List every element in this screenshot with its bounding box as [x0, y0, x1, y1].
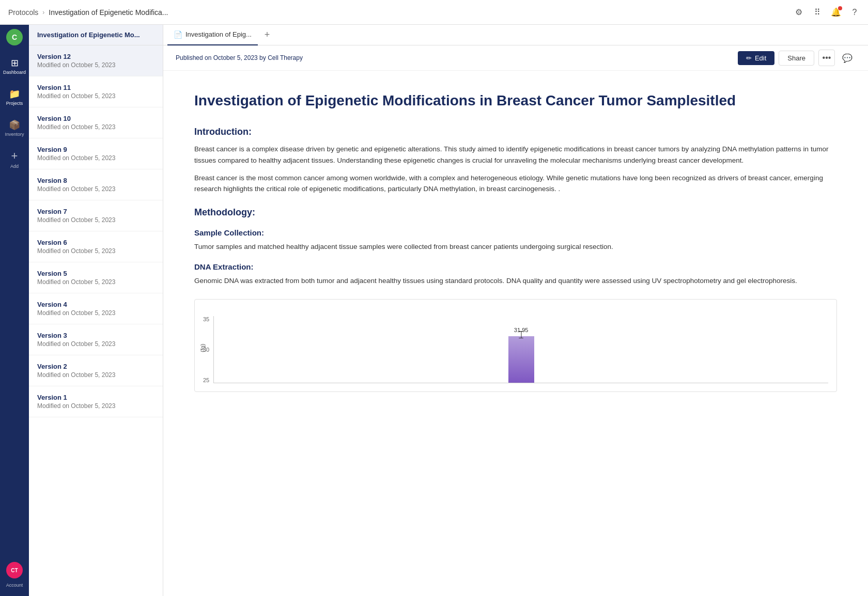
main-layout: C ⊞ Dashboard 📁 Projects 📦 Inventory + A… — [0, 25, 868, 596]
intro-paragraph-2: Breast cancer is the most common cancer … — [194, 172, 837, 195]
version-date-2: Modified on October 5, 2023 — [37, 371, 154, 379]
version-name-5: Version 5 — [37, 270, 154, 277]
version-item-6[interactable]: Version 6 Modified on October 5, 2023 — [29, 231, 163, 262]
tab-doc-icon: 📄 — [174, 30, 182, 39]
version-name-2: Version 2 — [37, 363, 154, 370]
version-date-3: Modified on October 5, 2023 — [37, 340, 154, 348]
y-label-25: 25 — [203, 377, 209, 383]
version-name-7: Version 7 — [37, 208, 154, 215]
subsection-sample-collection: Sample Collection: — [194, 228, 837, 237]
version-item-10[interactable]: Version 10 Modified on October 5, 2023 — [29, 107, 163, 138]
published-text: Published on October 5, 2023 by — [176, 54, 266, 61]
inventory-icon: 📦 — [9, 119, 20, 131]
doc-published-info: Published on October 5, 2023 by Cell The… — [176, 54, 303, 61]
share-button[interactable]: Share — [779, 51, 814, 66]
version-item-1[interactable]: Version 1 Modified on October 5, 2023 — [29, 386, 163, 417]
version-date-4: Modified on October 5, 2023 — [37, 309, 154, 317]
published-by: Cell Therapy — [268, 54, 303, 61]
edit-button[interactable]: ✏ Edit — [738, 51, 774, 65]
notification-dot — [838, 6, 842, 10]
sidebar-label-dashboard: Dashboard — [3, 70, 26, 75]
version-item-7[interactable]: Version 7 Modified on October 5, 2023 — [29, 200, 163, 231]
content-area: 📄 Investigation of Epig... + Published o… — [163, 25, 868, 596]
version-sidebar-header: Investigation of Epigenetic Mo... — [29, 25, 163, 45]
version-item-4[interactable]: Version 4 Modified on October 5, 2023 — [29, 293, 163, 324]
intro-paragraph-1: Breast cancer is a complex disease drive… — [194, 144, 837, 166]
comment-button[interactable]: 💬 — [839, 50, 856, 66]
doc-content: Investigation of Epigenetic Modification… — [163, 71, 868, 596]
version-name-9: Version 9 — [37, 146, 154, 153]
version-date-11: Modified on October 5, 2023 — [37, 92, 154, 100]
app-logo: C — [6, 29, 23, 45]
account-label: Account — [6, 583, 23, 588]
sidebar-item-inventory[interactable]: 📦 Inventory — [2, 114, 27, 143]
version-name-3: Version 3 — [37, 332, 154, 339]
version-item-11[interactable]: Version 11 Modified on October 5, 2023 — [29, 76, 163, 107]
account-avatar[interactable]: CT — [6, 562, 23, 578]
version-date-9: Modified on October 5, 2023 — [37, 154, 154, 162]
more-options-button[interactable]: ••• — [818, 50, 835, 66]
dashboard-icon: ⊞ — [11, 57, 19, 69]
sidebar-item-add[interactable]: + Add — [2, 145, 27, 174]
projects-icon: 📁 — [9, 88, 20, 100]
tab-bar: 📄 Investigation of Epig... + — [163, 25, 868, 45]
doc-toolbar: Published on October 5, 2023 by Cell The… — [163, 45, 868, 71]
tab-document[interactable]: 📄 Investigation of Epig... — [167, 25, 258, 45]
version-name-11: Version 11 — [37, 84, 154, 91]
chart-plot: (fg) 31.95 — [213, 316, 828, 383]
version-item-9[interactable]: Version 9 Modified on October 5, 2023 — [29, 138, 163, 169]
section-introduction-heading: Introduction: — [194, 127, 837, 137]
dna-extraction-text: Genomic DNA was extracted from both tumo… — [194, 275, 837, 287]
sidebar-label-add: Add — [10, 164, 19, 169]
sample-collection-text: Tumor samples and matched healthy adjace… — [194, 241, 837, 253]
version-sidebar: Investigation of Epigenetic Mo... Versio… — [29, 25, 163, 596]
topbar: Protocols › Investigation of Epigenetic … — [0, 0, 868, 25]
version-date-8: Modified on October 5, 2023 — [37, 185, 154, 193]
sidebar-nav: C ⊞ Dashboard 📁 Projects 📦 Inventory + A… — [0, 25, 29, 596]
y-label-35: 35 — [203, 316, 209, 322]
version-date-6: Modified on October 5, 2023 — [37, 247, 154, 255]
y-axis-label: (fg) — [200, 344, 206, 353]
topbar-icons: ⚙ ⠿ 🔔 ? — [794, 7, 860, 18]
breadcrumb-current: Investigation of Epigenetic Modifica... — [49, 8, 168, 17]
version-item-12[interactable]: Version 12 Modified on October 5, 2023 — [29, 45, 163, 76]
breadcrumb-separator: › — [42, 9, 44, 16]
version-name-1: Version 1 — [37, 394, 154, 401]
version-name-12: Version 12 — [37, 53, 154, 60]
tab-label: Investigation of Epig... — [185, 30, 252, 38]
sidebar-item-projects[interactable]: 📁 Projects — [2, 83, 27, 112]
subsection-dna-extraction: DNA Extraction: — [194, 262, 837, 271]
tab-add-button[interactable]: + — [260, 28, 274, 42]
version-date-7: Modified on October 5, 2023 — [37, 216, 154, 224]
breadcrumb: Protocols › Investigation of Epigenetic … — [8, 8, 789, 17]
doc-actions: ✏ Edit Share ••• 💬 — [738, 50, 856, 66]
edit-icon: ✏ — [746, 54, 752, 62]
version-item-8[interactable]: Version 8 Modified on October 5, 2023 — [29, 169, 163, 200]
edit-label: Edit — [755, 54, 766, 62]
version-date-12: Modified on October 5, 2023 — [37, 61, 154, 69]
apps-icon[interactable]: ⠿ — [812, 7, 823, 18]
version-date-10: Modified on October 5, 2023 — [37, 123, 154, 131]
version-name-10: Version 10 — [37, 115, 154, 122]
version-item-3[interactable]: Version 3 Modified on October 5, 2023 — [29, 324, 163, 355]
notifications-icon[interactable]: 🔔 — [831, 7, 841, 18]
version-date-1: Modified on October 5, 2023 — [37, 402, 154, 410]
version-date-5: Modified on October 5, 2023 — [37, 278, 154, 286]
version-name-4: Version 4 — [37, 301, 154, 308]
doc-title: Investigation of Epigenetic Modification… — [194, 91, 837, 110]
version-item-5[interactable]: Version 5 Modified on October 5, 2023 — [29, 262, 163, 293]
help-icon[interactable]: ? — [849, 7, 860, 18]
version-item-2[interactable]: Version 2 Modified on October 5, 2023 — [29, 355, 163, 386]
settings-icon[interactable]: ⚙ — [794, 7, 804, 18]
add-icon: + — [11, 149, 18, 163]
chart-bar — [508, 336, 534, 383]
protocols-link[interactable]: Protocols — [8, 8, 38, 17]
sidebar-item-dashboard[interactable]: ⊞ Dashboard — [2, 52, 27, 81]
section-methodology-heading: Methodology: — [194, 207, 837, 218]
chart-container: 35 30 25 (fg) 31.95 — [194, 299, 837, 392]
version-list: Version 12 Modified on October 5, 2023 V… — [29, 45, 163, 596]
version-name-8: Version 8 — [37, 177, 154, 184]
sidebar-label-projects: Projects — [6, 101, 23, 106]
version-name-6: Version 6 — [37, 239, 154, 246]
chart-error-bar — [521, 331, 521, 338]
